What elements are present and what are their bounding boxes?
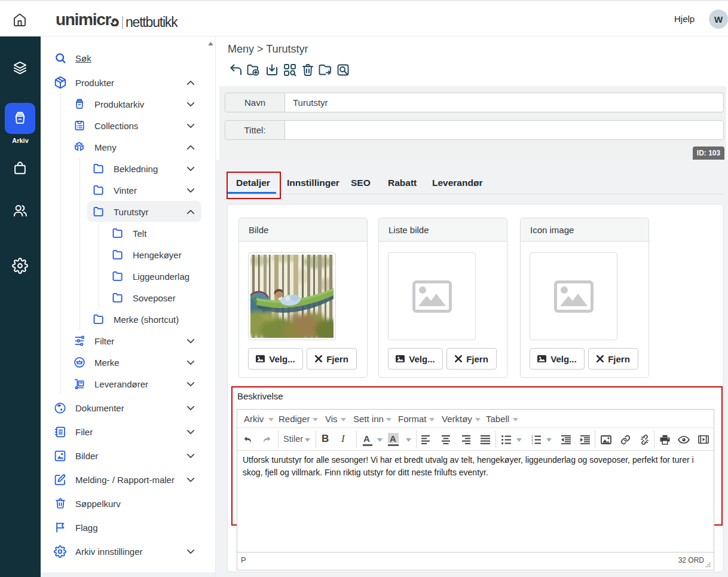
- svg-text:3: 3: [531, 442, 533, 444]
